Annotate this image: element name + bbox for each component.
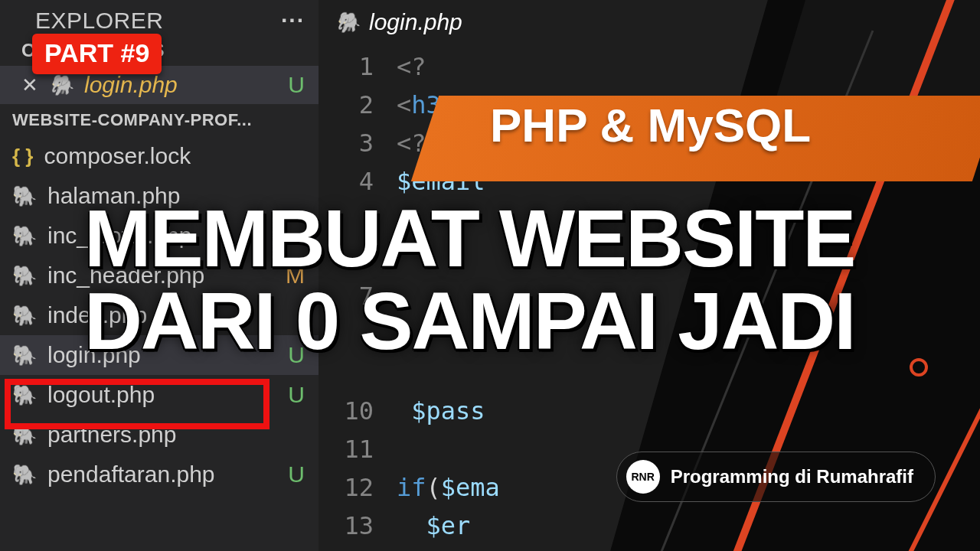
explorer-header: EXPLORER ···	[0, 0, 318, 35]
line-number: 2	[328, 86, 374, 124]
file-name: composer.lock	[44, 143, 191, 169]
php-icon: 🐘	[12, 423, 37, 447]
php-icon: 🐘	[12, 224, 37, 248]
php-icon: 🐘	[49, 73, 74, 97]
line-number: 3	[328, 124, 374, 162]
php-icon: 🐘	[12, 184, 37, 208]
line-number: 10	[328, 392, 374, 430]
tab-filename: login.php	[369, 9, 462, 35]
channel-badge[interactable]: RNR Programming di Rumahrafif	[616, 452, 936, 502]
line-number: 13	[328, 507, 374, 545]
php-icon: 🐘	[12, 463, 37, 487]
title-line-2: DARI 0 SAMPAI JADI	[84, 279, 965, 364]
git-status-badge: U	[288, 461, 305, 487]
file-item[interactable]: { }composer.lock	[0, 136, 318, 176]
editor-tab[interactable]: 🐘 login.php	[318, 0, 479, 44]
php-icon: 🐘	[12, 383, 37, 407]
git-status-badge: U	[288, 382, 305, 408]
file-name: pendaftaran.php	[47, 461, 215, 487]
php-icon: 🐘	[335, 11, 360, 34]
git-status-badge: U	[288, 72, 305, 98]
channel-name: Programming di Rumahrafif	[671, 466, 913, 487]
file-item[interactable]: 🐘pendaftaran.phpU	[0, 455, 318, 494]
php-icon: 🐘	[12, 344, 37, 367]
explorer-title: EXPLORER	[35, 8, 163, 34]
json-icon: { }	[12, 145, 33, 168]
close-icon[interactable]: ✕	[21, 73, 38, 97]
open-editor-filename: login.php	[84, 72, 178, 98]
php-icon: 🐘	[12, 304, 37, 328]
title-line-1: MEMBUAT WEBSITE	[84, 197, 965, 279]
line-number: 12	[328, 468, 374, 507]
line-number: 1	[328, 47, 374, 86]
part-badge: PART #9	[32, 34, 162, 74]
thumbnail-title: MEMBUAT WEBSITE DARI 0 SAMPAI JADI	[84, 197, 965, 364]
more-icon[interactable]: ···	[281, 8, 305, 34]
channel-logo-icon: RNR	[626, 460, 660, 494]
file-name: logout.php	[47, 382, 155, 408]
file-item[interactable]: 🐘partners.php	[0, 415, 318, 455]
file-item[interactable]: 🐘logout.phpU	[0, 375, 318, 415]
file-name: partners.php	[47, 422, 176, 448]
php-icon: 🐘	[12, 264, 37, 288]
subtitle-text: PHP & MySQL	[490, 98, 966, 152]
project-name[interactable]: WEBSITE-COMPANY-PROF...	[0, 104, 318, 136]
line-number: 11	[328, 430, 374, 468]
